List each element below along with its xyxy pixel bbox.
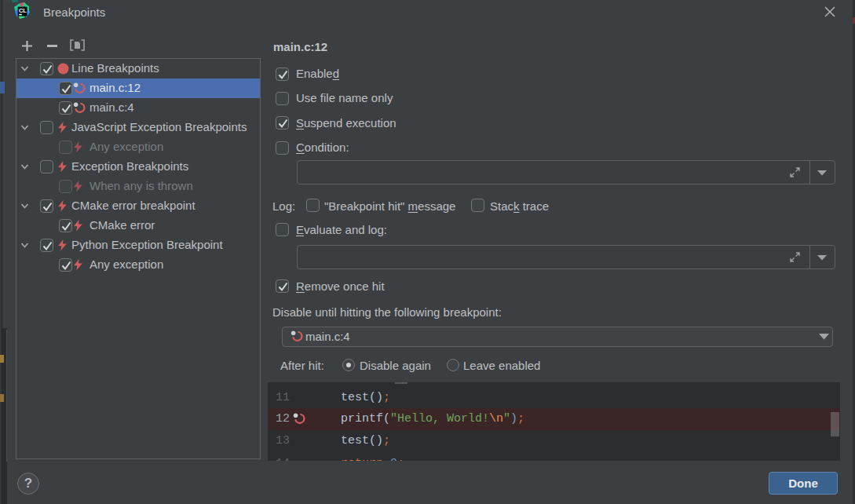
svg-text:CL: CL — [19, 7, 27, 14]
